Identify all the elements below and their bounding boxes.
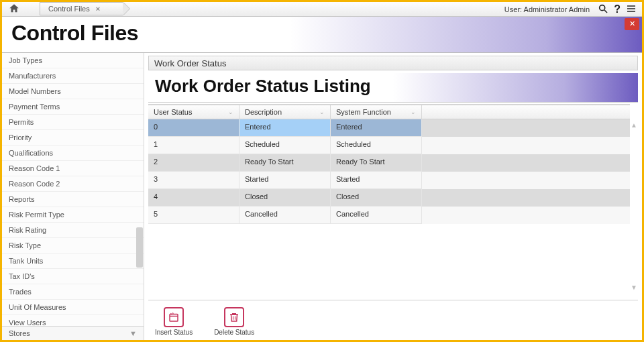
action-bar: Insert Status Delete Status: [148, 300, 638, 336]
sidebar-item[interactable]: Job Types: [2, 53, 144, 68]
svg-line-1: [604, 10, 607, 13]
column-header[interactable]: User Status⌄: [148, 105, 239, 119]
main-panel: Work Order Status Work Order Status List…: [144, 53, 642, 340]
table-cell: Closed: [239, 189, 331, 207]
table-cell: Started: [239, 172, 331, 189]
table-cell: Cancelled: [331, 207, 422, 224]
table-row[interactable]: 3StartedStarted: [148, 172, 630, 189]
trash-icon: [224, 307, 244, 327]
sidebar-footer-label: Stores: [9, 329, 30, 337]
sidebar-item[interactable]: Reports: [2, 192, 144, 207]
sidebar-item[interactable]: Unit Of Measures: [2, 300, 144, 315]
table-row[interactable]: 2Ready To StartReady To Start: [148, 154, 630, 172]
tab-close-icon[interactable]: ×: [96, 3, 100, 15]
grid-header-row: User Status⌄Description⌄System Function⌄: [148, 105, 630, 119]
sidebar-item[interactable]: Qualifications: [2, 146, 144, 161]
topbar: Control Files × User: Administrator Admi…: [2, 2, 642, 17]
scroll-up-icon[interactable]: ▲: [630, 121, 638, 129]
table-cell: Entered: [331, 119, 422, 137]
table-cell: 4: [148, 189, 239, 207]
listing-title-band: Work Order Status Listing: [148, 73, 638, 103]
table-cell: 0: [148, 119, 239, 137]
table-row[interactable]: 5CancelledCancelled: [148, 207, 630, 224]
sidebar-item[interactable]: Model Numbers: [2, 84, 144, 99]
chevron-down-icon: ⌄: [319, 109, 325, 115]
column-header[interactable]: System Function⌄: [331, 105, 422, 119]
svg-point-0: [600, 5, 605, 10]
delete-status-label: Delete Status: [214, 329, 254, 336]
tab-control-files[interactable]: Control Files ×: [40, 2, 123, 17]
sidebar-item[interactable]: Risk Rating: [2, 223, 144, 238]
table-cell: Started: [331, 172, 422, 189]
sidebar-item[interactable]: Tank Units: [2, 253, 144, 269]
sidebar-item[interactable]: Payment Terms: [2, 99, 144, 115]
table-cell: Cancelled: [239, 207, 331, 224]
insert-status-button[interactable]: Insert Status: [155, 307, 193, 336]
table-cell: Closed: [331, 189, 422, 207]
sidebar-item[interactable]: Risk Permit Type: [2, 207, 144, 223]
svg-rect-2: [170, 315, 178, 322]
table-cell: Entered: [239, 119, 331, 137]
scroll-down-icon[interactable]: ▼: [630, 284, 638, 292]
status-grid: User Status⌄Description⌄System Function⌄…: [148, 104, 630, 224]
sidebar-item[interactable]: Reason Code 2: [2, 176, 144, 192]
table-cell: 5: [148, 207, 239, 224]
sidebar-item[interactable]: Manufacturers: [2, 68, 144, 84]
menu-icon[interactable]: [626, 3, 637, 16]
help-icon[interactable]: ?: [614, 3, 621, 15]
chevron-down-icon: ▼: [129, 329, 137, 337]
chevron-down-icon: ⌄: [411, 109, 416, 115]
column-header[interactable]: Description⌄: [239, 105, 331, 119]
chevron-down-icon: ⌄: [228, 109, 233, 115]
listing-title: Work Order Status Listing: [155, 76, 371, 97]
sidebar-item[interactable]: Reason Code 1: [2, 161, 144, 176]
table-cell: Ready To Start: [239, 154, 331, 172]
column-header-label: Description: [245, 108, 282, 116]
sidebar-item[interactable]: Priority: [2, 130, 144, 146]
grid-scrollbar[interactable]: ▲ ▼: [630, 121, 638, 292]
table-row[interactable]: 1ScheduledScheduled: [148, 137, 630, 154]
table-cell: 1: [148, 137, 239, 154]
sidebar-footer-stores[interactable]: Stores ▼: [2, 326, 144, 340]
user-label: User: Administrator Admin: [504, 2, 590, 17]
sidebar-item[interactable]: Permits: [2, 115, 144, 130]
table-cell: 2: [148, 154, 239, 172]
column-header-label: System Function: [336, 108, 391, 116]
sidebar-item[interactable]: Trades: [2, 284, 144, 300]
column-header-label: User Status: [154, 108, 192, 116]
sidebar-item[interactable]: Tax ID's: [2, 269, 144, 284]
table-cell: Ready To Start: [331, 154, 422, 172]
table-cell: Scheduled: [239, 137, 331, 154]
table-cell: 3: [148, 172, 239, 189]
table-row[interactable]: 4ClosedClosed: [148, 189, 630, 207]
tab-label: Control Files: [48, 5, 90, 13]
sidebar-item[interactable]: Risk Type: [2, 238, 144, 253]
sidebar: Job TypesManufacturersModel NumbersPayme…: [2, 53, 144, 340]
table-cell: Scheduled: [331, 137, 422, 154]
table-row[interactable]: 0EnteredEntered: [148, 119, 630, 137]
insert-icon: [164, 307, 184, 327]
page-title: Control Files: [11, 21, 138, 46]
header-strip: Control Files ✕: [2, 17, 642, 53]
search-icon[interactable]: [598, 3, 608, 16]
sidebar-scrollbar[interactable]: [136, 53, 144, 325]
breadcrumb: Work Order Status: [148, 56, 638, 70]
delete-status-button[interactable]: Delete Status: [214, 307, 254, 336]
home-button[interactable]: [7, 3, 21, 15]
insert-status-label: Insert Status: [155, 329, 193, 336]
close-button[interactable]: ✕: [625, 18, 639, 30]
